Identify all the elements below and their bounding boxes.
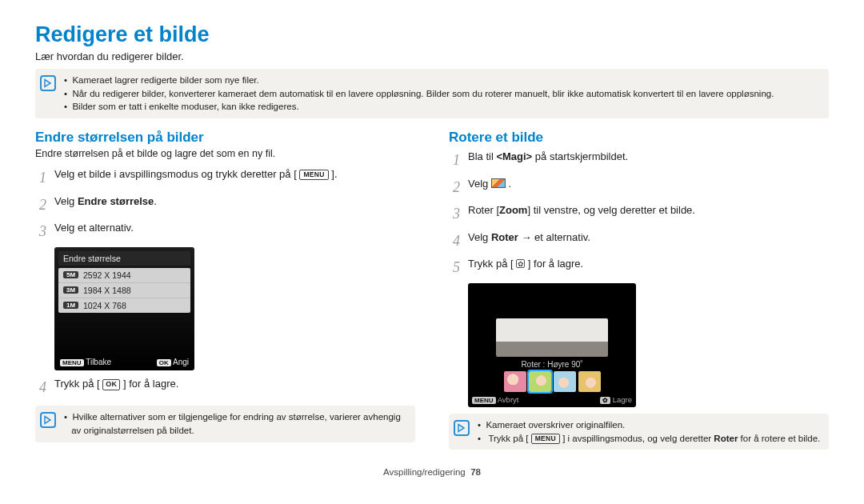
magic-swatch-icon	[491, 178, 506, 188]
footer-section: Avspilling/redigering	[383, 467, 466, 477]
note-item: Kameraet overskriver originalfilen.	[478, 418, 820, 432]
step: Roter [Zoom] til venstre, og velg derett…	[449, 202, 829, 226]
note-item: Hvilke alternativer som er tilgjengelige…	[64, 410, 407, 437]
step: Trykk på [ OK ] for å lagre.	[35, 375, 415, 400]
top-note-box: Kameraet lagrer redigerte bilder som nye…	[35, 69, 829, 118]
note-text: ] i avspillingsmodus, og velg deretter	[562, 434, 714, 443]
column-resize: Endre størrelsen på bilder Endre størrel…	[35, 130, 415, 461]
rotate-label: Roter : Høyre 90˚	[521, 360, 582, 369]
rotate-preview-area: Roter : Høyre 90˚	[472, 286, 632, 357]
menu-button-icon: MENU	[531, 434, 560, 444]
note-text: for å rotere et bilde.	[741, 434, 821, 443]
note-item: Kameraet lagrer redigerte bilder som nye…	[64, 74, 774, 87]
step-text: ] for å lagre.	[123, 378, 178, 390]
camera-rotate-preview: Roter : Høyre 90˚ MENU Avbryt ✿ Lagre	[468, 283, 636, 407]
ok-tag: OK	[157, 359, 171, 366]
size-badge: 5M	[63, 271, 78, 278]
menu-ok-label: Angi	[173, 358, 189, 366]
menu-button-icon: MENU	[299, 170, 328, 180]
step-text: Velg	[468, 178, 491, 190]
step-text: Bla til	[468, 150, 496, 162]
rotate-footer: MENU Avbryt ✿ Lagre	[472, 395, 632, 404]
menu-tag: MENU	[472, 397, 496, 404]
step-text: Trykk på [	[54, 378, 100, 390]
step-text: Trykk på [	[468, 258, 514, 270]
step-text: .	[509, 178, 512, 190]
note-icon	[40, 412, 56, 428]
note-item: Bilder som er tatt i enkelte moduser, ka…	[64, 100, 774, 114]
resolution-row: 1M 1024 X 768	[58, 298, 190, 313]
flower-button-icon	[516, 259, 525, 268]
resolution-row: 5M 2592 X 1944	[58, 268, 190, 283]
page-title: Redigere et bilde	[35, 22, 829, 47]
step-text: Velg	[54, 195, 78, 207]
step-text: Roter [	[468, 204, 499, 216]
steps-resize: Velg et bilde i avspillingsmodus og tryk…	[35, 166, 415, 244]
step-text: på startskjermbildet.	[535, 150, 628, 162]
step: Velg et bilde i avspillingsmodus og tryk…	[35, 166, 415, 190]
step: Velg et alternativ.	[35, 219, 415, 244]
ok-button-icon: OK	[102, 379, 120, 390]
page-subtitle: Lær hvordan du redigerer bilder.	[35, 50, 829, 62]
column-rotate: Rotere et bilde Bla til <Magi> på starts…	[449, 130, 829, 461]
resolution-value: 1024 X 768	[83, 301, 126, 310]
step: Bla til <Magi> på startskjermbildet.	[449, 148, 829, 173]
rotate-thumbs	[472, 371, 632, 392]
resize-note-list: Hvilke alternativer som er tilgjengelige…	[64, 410, 407, 437]
resize-note-box: Hvilke alternativer som er tilgjengelige…	[35, 406, 415, 442]
resolution-value: 2592 X 1944	[83, 270, 131, 280]
section-heading-resize: Endre størrelsen på bilder	[35, 130, 415, 146]
note-icon	[454, 420, 470, 436]
menu-back-label: Tilbake	[86, 358, 111, 366]
steps-resize-cont: Trykk på [ OK ] for å lagre.	[35, 375, 415, 400]
rotate-note-list: Kameraet overskriver originalfilen. Tryk…	[478, 418, 820, 445]
resolution-row: 3M 1984 X 1488	[58, 283, 190, 298]
step: Trykk på [ ] for å lagre.	[449, 255, 829, 280]
note-item: Trykk på [ MENU ] i avspillingsmodus, og…	[478, 432, 820, 446]
menu-dropdown: 5M 2592 X 1944 3M 1984 X 1488 1M 1024 X …	[58, 268, 190, 313]
thumb	[554, 371, 576, 392]
steps-rotate: Bla til <Magi> på startskjermbildet. Vel…	[449, 148, 829, 280]
thumb	[578, 371, 601, 392]
step-text: Velg	[468, 231, 491, 243]
note-icon	[40, 75, 56, 91]
top-note-list: Kameraet lagrer redigerte bilder som nye…	[64, 74, 774, 114]
step: Velg Roter → et alternativ.	[449, 229, 829, 254]
step-bold: Endre størrelse	[78, 195, 154, 207]
step-text: ] for å lagre.	[528, 258, 583, 270]
step-text: → et alternativ.	[522, 231, 590, 243]
menu-header: Endre størrelse	[58, 251, 190, 266]
size-badge: 3M	[63, 286, 78, 294]
note-bold: Roter	[714, 434, 738, 443]
section-heading-rotate: Rotere et bilde	[449, 130, 829, 146]
thumb	[504, 371, 526, 392]
step-bold: Roter	[491, 231, 518, 243]
flower-tag: ✿	[600, 397, 610, 404]
thumb-selected	[529, 371, 551, 392]
step-text: Velg et alternativ.	[54, 219, 134, 237]
rotate-note-box: Kameraet overskriver originalfilen. Tryk…	[449, 414, 829, 450]
menu-tag: MENU	[60, 359, 84, 366]
note-text: Trykk på [	[488, 434, 528, 443]
save-label: Lagre	[613, 395, 632, 404]
menu-footer: MENU Tilbake OK Angi	[58, 358, 190, 366]
note-item: Når du redigerer bilder, konverterer kam…	[64, 87, 774, 101]
size-badge: 1M	[63, 302, 78, 309]
step-text: ] til venstre, og velg deretter et bilde…	[527, 204, 695, 216]
step-text: ].	[331, 168, 337, 180]
page-footer: Avspilling/redigering 78	[35, 467, 829, 477]
camera-resize-menu: Endre størrelse 5M 2592 X 1944 3M 1984 X…	[54, 247, 194, 370]
step-text: .	[154, 195, 157, 207]
step-bold: <Magi>	[496, 150, 532, 162]
page-number: 78	[470, 467, 481, 477]
cancel-label: Avbryt	[498, 395, 519, 404]
preview-image	[496, 318, 608, 357]
step: Velg .	[449, 175, 829, 200]
step-text: Velg et bilde i avspillingsmodus og tryk…	[54, 168, 297, 180]
resolution-value: 1984 X 1488	[83, 286, 131, 295]
step-bold: Zoom	[499, 204, 527, 216]
step: Velg Endre størrelse.	[35, 193, 415, 218]
section-sub-resize: Endre størrelsen på et bilde og lagre de…	[35, 148, 415, 159]
